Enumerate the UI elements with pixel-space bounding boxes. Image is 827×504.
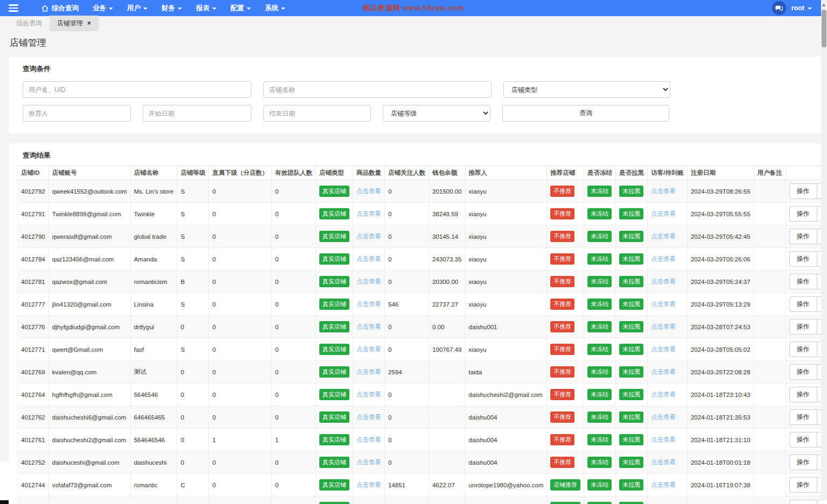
username-uid-input[interactable] (23, 81, 251, 98)
visitors-view-link[interactable]: 点击查看 (651, 459, 676, 465)
action-button[interactable]: 操作 (789, 409, 817, 425)
goods-view-link[interactable]: 点击查看 (356, 255, 381, 262)
user-dropdown[interactable]: root (791, 4, 812, 12)
visitors-view-link[interactable]: 点击查看 (651, 346, 676, 352)
goods-view-link[interactable]: 点击查看 (356, 436, 381, 443)
visitors-view-link[interactable]: 点击查看 (651, 255, 676, 262)
visitors-view-link[interactable]: 点击查看 (651, 436, 676, 443)
goods-view-link[interactable]: 点击查看 (356, 301, 381, 307)
referrer-input[interactable] (23, 105, 131, 122)
blacklist-badge: 未拉黑 (619, 389, 643, 400)
action-button[interactable]: 操作 (789, 342, 817, 357)
visitors-view-link[interactable]: 点击查看 (651, 481, 676, 488)
cell-register-date: 2024-03-25T22:08:28 (687, 361, 754, 384)
cell-followers: 16679 (384, 496, 429, 504)
goods-view-link[interactable]: 点击查看 (356, 481, 381, 488)
cell-wallet-balance: 4622.07 (429, 474, 465, 496)
frozen-badge: 未冻结 (587, 479, 612, 491)
cell-store-id: 4012784 (18, 248, 49, 271)
hamburger-menu-icon[interactable] (0, 0, 27, 16)
scrollbar-thumb[interactable] (822, 10, 826, 47)
search-button[interactable]: 查询 (502, 105, 669, 122)
action-button[interactable]: 操作 (789, 183, 817, 199)
tab-combined-query[interactable]: 综合查询 (9, 16, 50, 31)
visitors-view-link[interactable]: 点击查看 (651, 301, 676, 307)
cell-user-note (754, 225, 786, 248)
cell-direct-subordinates: 1 (209, 429, 272, 451)
end-date-input[interactable] (263, 105, 371, 122)
cell-store-account: djhyfgdiudgi@gmail.com (48, 316, 130, 338)
cell-wallet-balance: 30145.14 (429, 225, 465, 248)
nav-item-label: 财务 (162, 4, 175, 13)
nav-item[interactable]: 综合查询 (41, 4, 79, 13)
cell-user-note (754, 474, 786, 496)
action-button[interactable]: 操作 (789, 477, 817, 493)
cell-user-note (754, 180, 786, 203)
action-button[interactable]: 操作 (789, 229, 817, 244)
action-button[interactable]: 操作 (789, 364, 817, 380)
action-button[interactable]: 操作 (789, 206, 817, 222)
cell-store-name: Twinkle (130, 203, 177, 225)
store-level-select[interactable]: 店铺等级 (383, 105, 490, 122)
cell-followers: 2594 (384, 361, 429, 384)
action-button[interactable]: 操作 (789, 432, 817, 448)
cell-store-level: 0 (177, 451, 209, 474)
column-header: 是否冻结 (584, 166, 616, 180)
goods-view-link[interactable]: 点击查看 (356, 233, 381, 239)
action-button[interactable]: 操作 (789, 387, 817, 402)
cell-wallet-balance (429, 429, 465, 451)
recommend-badge: 不推荐 (550, 208, 574, 219)
action-button[interactable]: 操作 (789, 500, 817, 504)
goods-view-link[interactable]: 点击查看 (356, 323, 381, 330)
visitors-view-link[interactable]: 点击查看 (651, 368, 676, 375)
store-type-select[interactable]: 店铺类型 (503, 81, 670, 98)
goods-view-link[interactable]: 点击查看 (356, 278, 381, 285)
action-button[interactable]: 操作 (789, 251, 817, 267)
cell-followers: 546 (384, 293, 429, 316)
action-button[interactable]: 操作 (789, 274, 817, 289)
visitors-view-link[interactable]: 点击查看 (651, 414, 676, 420)
blacklist-badge: 未拉黑 (619, 479, 643, 491)
nav-item[interactable]: 财务 (162, 4, 182, 13)
cell-user-note (754, 451, 786, 474)
action-caret-button[interactable] (817, 500, 827, 504)
goods-view-link[interactable]: 点击查看 (356, 210, 381, 217)
chat-button[interactable] (772, 1, 786, 15)
action-button[interactable]: 操作 (789, 319, 817, 335)
cell-team-count: 0 (271, 474, 316, 496)
goods-view-link[interactable]: 点击查看 (356, 459, 381, 465)
store-name-input[interactable] (263, 81, 492, 98)
nav-item[interactable]: 系统 (265, 4, 285, 13)
visitors-view-link[interactable]: 点击查看 (651, 323, 676, 330)
nav-item[interactable]: 报表 (196, 4, 216, 13)
close-icon[interactable]: × (87, 19, 91, 27)
column-header: 店铺类型 (316, 166, 353, 180)
cell-team-count: 0 (271, 406, 316, 429)
blacklist-badge: 未拉黑 (619, 208, 643, 219)
scroll-up-arrow-icon[interactable] (822, 3, 825, 6)
goods-view-link[interactable]: 点击查看 (356, 414, 381, 420)
goods-view-link[interactable]: 点击查看 (356, 188, 381, 194)
cell-store-name: 646465465 (130, 406, 177, 429)
visitors-view-link[interactable]: 点击查看 (651, 233, 676, 239)
visitors-view-link[interactable]: 点击查看 (651, 278, 676, 285)
action-button[interactable]: 操作 (789, 455, 817, 470)
cell-referrer: xiaoyu (465, 293, 547, 316)
nav-item[interactable]: 用户 (127, 4, 148, 13)
window-scrollbar[interactable] (821, 0, 827, 500)
goods-view-link[interactable]: 点击查看 (356, 368, 381, 375)
cell-user-note (754, 406, 786, 429)
blacklist-badge: 未拉黑 (619, 411, 643, 423)
frozen-badge: 未冻结 (587, 344, 612, 355)
start-date-input[interactable] (143, 105, 251, 122)
action-button[interactable]: 操作 (789, 296, 817, 312)
tab-store-management[interactable]: 店铺管理 × (50, 16, 99, 31)
visitors-view-link[interactable]: 点击查看 (651, 391, 676, 397)
nav-item[interactable]: 配置 (230, 4, 251, 13)
cell-store-level: S (177, 225, 209, 248)
goods-view-link[interactable]: 点击查看 (356, 346, 381, 352)
visitors-view-link[interactable]: 点击查看 (651, 210, 676, 217)
goods-view-link[interactable]: 点击查看 (356, 391, 381, 397)
nav-item[interactable]: 业务 (93, 4, 113, 13)
visitors-view-link[interactable]: 点击查看 (651, 188, 676, 194)
